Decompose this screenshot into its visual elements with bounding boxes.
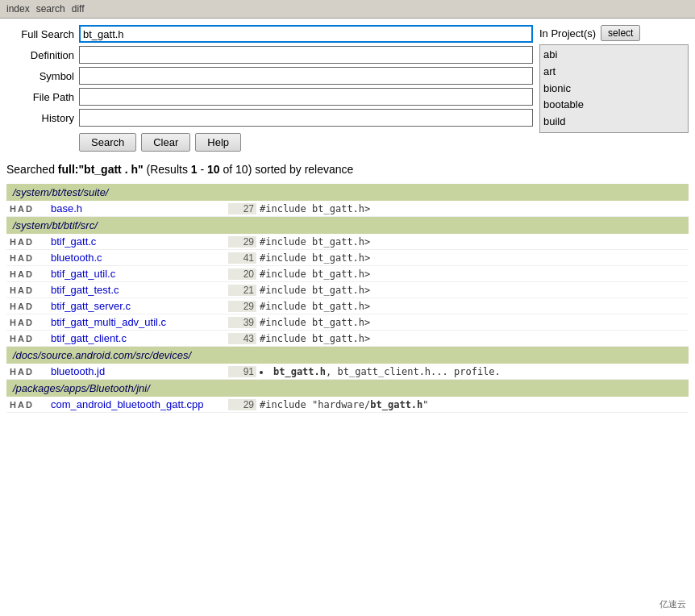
- project-item[interactable]: abi: [543, 47, 685, 64]
- had-badges: HAD: [6, 269, 51, 279]
- table-row: HADcom_android_bluetooth_gatt.cpp29#incl…: [6, 397, 689, 413]
- code-snippet: #include "hardware/bt_gatt.h": [260, 399, 429, 410]
- had-badge: A: [18, 302, 24, 311]
- table-row: HADbtif_gatt_client.c43#include bt_gatt.…: [6, 331, 689, 347]
- line-number: 21: [228, 285, 256, 296]
- definition-label: Definition: [6, 49, 79, 61]
- main-container: Full Search Definition Symbol File Path …: [0, 19, 695, 158]
- had-badge: D: [26, 253, 32, 263]
- had-badge: H: [10, 334, 16, 343]
- had-badge: H: [10, 367, 16, 377]
- table-row: HADbluetooth.jd91bt_gatt.h, bt_gatt_clie…: [6, 364, 689, 380]
- had-badges: HAD: [6, 318, 51, 327]
- full-search-label: Full Search: [6, 28, 79, 40]
- full-search-input[interactable]: [79, 25, 533, 43]
- had-badges: HAD: [6, 367, 51, 377]
- had-badge: D: [26, 318, 32, 327]
- table-row: HADbluetooth.c41#include bt_gatt.h>: [6, 250, 689, 266]
- had-badge: H: [10, 204, 16, 214]
- line-number: 91: [228, 366, 256, 377]
- file-link[interactable]: btif_gatt_client.c: [51, 332, 228, 344]
- project-item[interactable]: bionic: [543, 81, 685, 98]
- file-link[interactable]: btif_gatt_server.c: [51, 300, 228, 312]
- top-bar: index search diff: [0, 0, 695, 19]
- file-link[interactable]: btif_gatt_multi_adv_util.c: [51, 316, 228, 328]
- code-snippet: #include bt_gatt.h>: [260, 317, 370, 328]
- tab2[interactable]: search: [36, 3, 65, 15]
- code-snippet: #include bt_gatt.h>: [260, 268, 370, 280]
- project-item[interactable]: cts: [543, 131, 685, 133]
- had-badge: H: [10, 318, 16, 327]
- had-badges: HAD: [6, 285, 51, 295]
- dir-header: /system/bt/test/suite/: [6, 184, 689, 201]
- filepath-input[interactable]: [79, 88, 533, 106]
- file-link[interactable]: btif_gatt.c: [51, 235, 228, 248]
- code-snippet: #include bt_gatt.h>: [260, 203, 370, 214]
- had-badge: A: [18, 400, 24, 410]
- had-badge: D: [26, 204, 32, 214]
- symbol-row: Symbol: [6, 67, 533, 85]
- results-summary: Searched full:"bt_gatt . h" (Results 1 -…: [6, 163, 689, 176]
- help-button[interactable]: Help: [195, 133, 241, 152]
- filepath-label: File Path: [6, 91, 79, 103]
- file-link[interactable]: bluetooth.jd: [51, 365, 228, 377]
- line-number: 29: [228, 236, 256, 248]
- file-link[interactable]: bluetooth.c: [51, 252, 228, 264]
- history-input[interactable]: [79, 109, 533, 127]
- had-badges: HAD: [6, 334, 51, 343]
- had-badge: H: [10, 237, 16, 247]
- tab1[interactable]: index: [6, 3, 30, 15]
- had-badge: H: [10, 285, 16, 295]
- table-row: HADbase.h27#include bt_gatt.h>: [6, 201, 689, 217]
- had-badge: D: [26, 334, 32, 343]
- project-item[interactable]: art: [543, 64, 685, 81]
- clear-button[interactable]: Clear: [141, 133, 190, 152]
- had-badge: A: [18, 204, 24, 214]
- file-link[interactable]: base.h: [51, 202, 228, 214]
- full-search-row: Full Search: [6, 25, 533, 43]
- had-badge: A: [18, 318, 24, 327]
- code-snippet: #include bt_gatt.h>: [260, 236, 370, 248]
- definition-row: Definition: [6, 46, 533, 64]
- search-button[interactable]: Search: [79, 133, 136, 152]
- button-row: Search Clear Help: [79, 133, 533, 152]
- project-select-button[interactable]: select: [601, 25, 640, 41]
- table-row: HADbtif_gatt_test.c21#include bt_gatt.h>: [6, 282, 689, 298]
- filepath-row: File Path: [6, 88, 533, 106]
- had-badges: HAD: [6, 237, 51, 247]
- line-number: 20: [228, 268, 256, 280]
- had-badge: H: [10, 269, 16, 279]
- line-number: 27: [228, 203, 256, 214]
- dir-header: /packages/apps/Bluetooth/jni/: [6, 380, 689, 397]
- code-snippet: #include bt_gatt.h>: [260, 285, 370, 296]
- dir-header: /docs/source.android.com/src/devices/: [6, 347, 689, 364]
- file-link[interactable]: btif_gatt_util.c: [51, 268, 228, 280]
- tab3[interactable]: diff: [72, 3, 85, 15]
- file-link[interactable]: btif_gatt_test.c: [51, 284, 228, 296]
- had-badges: HAD: [6, 204, 51, 214]
- had-badge: A: [18, 253, 24, 263]
- table-row: HADbtif_gatt_util.c20#include bt_gatt.h>: [6, 266, 689, 282]
- line-number: 41: [228, 252, 256, 264]
- code-snippet: bt_gatt.h, bt_gatt_client.h... profile.: [260, 366, 501, 377]
- search-panel: Full Search Definition Symbol File Path …: [6, 25, 533, 152]
- had-badge: A: [18, 334, 24, 343]
- had-badge: A: [18, 285, 24, 295]
- history-label: History: [6, 112, 79, 124]
- symbol-label: Symbol: [6, 70, 79, 82]
- had-badge: A: [18, 269, 24, 279]
- project-item[interactable]: build: [543, 114, 685, 131]
- code-snippet: #include bt_gatt.h>: [260, 252, 370, 264]
- table-row: HADbtif_gatt_server.c29#include bt_gatt.…: [6, 298, 689, 314]
- had-badge: D: [26, 400, 32, 410]
- symbol-input[interactable]: [79, 67, 533, 85]
- project-list[interactable]: abiartbionicbootablebuildcts: [539, 44, 689, 133]
- project-panel: In Project(s) select abiartbionicbootabl…: [539, 25, 689, 152]
- definition-input[interactable]: [79, 46, 533, 64]
- table-row: HADbtif_gatt.c29#include bt_gatt.h>: [6, 234, 689, 250]
- results-container: /system/bt/test/suite/HADbase.h27#includ…: [6, 184, 689, 413]
- had-badge: D: [26, 302, 32, 311]
- project-item[interactable]: bootable: [543, 97, 685, 114]
- had-badge: A: [18, 367, 24, 377]
- file-link[interactable]: com_android_bluetooth_gatt.cpp: [51, 398, 228, 410]
